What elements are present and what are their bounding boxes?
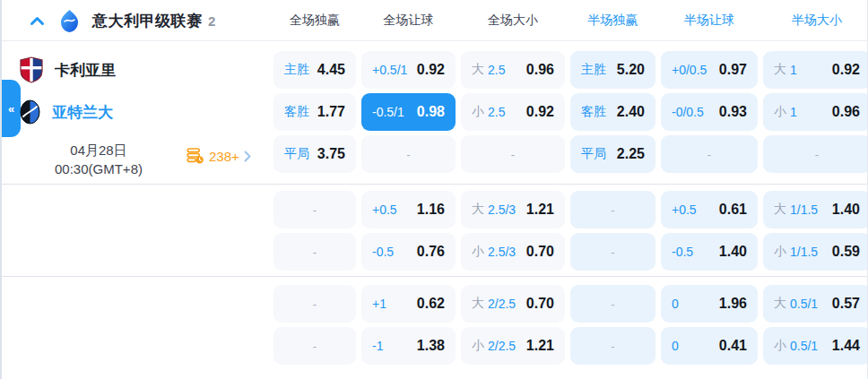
home-team-row[interactable]: 卡利亚里 <box>20 51 116 89</box>
odds-cell[interactable]: 小2/2.51.21 <box>461 327 565 365</box>
odds-cell[interactable]: 客胜1.77 <box>273 93 356 131</box>
ou-direction: 大 <box>472 296 484 312</box>
odds-label: 客胜 <box>284 104 309 120</box>
handicap-line: +0.5 <box>372 202 397 217</box>
odds-cell[interactable]: +0.51.16 <box>361 191 456 228</box>
odds-cell[interactable]: 大2/2.50.70 <box>461 285 565 323</box>
odds-cell[interactable]: +0.50.61 <box>661 191 758 228</box>
match-date: 04月28日 <box>27 141 170 159</box>
odds-cell[interactable]: 客胜2.40 <box>570 93 655 131</box>
handicap-line: -0/0.5 <box>672 105 704 119</box>
odds-value: 3.75 <box>317 146 345 162</box>
odds-cell[interactable]: -0.5/10.98 <box>361 93 456 131</box>
collapse-left-icon: « <box>8 102 14 116</box>
dash-placeholder: - <box>313 203 317 217</box>
empty-odds-cell: - <box>273 285 356 323</box>
odds-grid-alt-lines-2: -+10.62大2/2.50.70-01.96大0.5/10.57--11.38… <box>273 285 868 365</box>
empty-odds-cell: - <box>763 135 868 173</box>
odds-cell[interactable]: 00.41 <box>661 327 758 365</box>
odds-cell[interactable]: 大2.5/31.21 <box>461 191 565 228</box>
dash-placeholder: - <box>815 148 819 161</box>
odds-value: 0.70 <box>526 296 554 312</box>
odds-value: 0.70 <box>526 244 554 260</box>
odds-cell[interactable]: 小10.96 <box>763 93 868 131</box>
odds-cell[interactable]: 小1/1.50.59 <box>763 233 868 271</box>
odds-cell[interactable]: 平局2.25 <box>570 135 655 173</box>
odds-cell[interactable]: 大2.50.96 <box>461 51 565 89</box>
handicap-line: 0 <box>672 297 679 311</box>
dash-placeholder: - <box>313 297 317 311</box>
away-team-row[interactable]: 亚特兰大 <box>20 93 113 131</box>
ou-direction: 小 <box>774 104 786 120</box>
match-count-badge: 2 <box>208 13 215 29</box>
odds-cell[interactable]: 01.96 <box>661 285 758 323</box>
dash-placeholder: - <box>611 340 614 353</box>
ou-line: 1/1.5 <box>790 245 818 259</box>
ou-line: 2.5 <box>488 105 505 119</box>
ou-line: 0.5/1 <box>790 339 818 353</box>
odds-cell[interactable]: 主胜5.20 <box>570 51 655 89</box>
column-header-full-ou: 全场大小 <box>461 13 565 29</box>
handicap-line: +0.5/1 <box>372 63 407 77</box>
empty-odds-cell: - <box>273 233 356 271</box>
away-team-name: 亚特兰大 <box>52 102 113 123</box>
odds-cell[interactable]: -0/0.50.93 <box>661 93 758 131</box>
odds-cell[interactable]: 主胜4.45 <box>273 51 356 89</box>
ou-direction: 小 <box>774 338 786 354</box>
ou-direction: 小 <box>472 338 484 354</box>
ou-direction: 大 <box>774 202 786 218</box>
odds-board: 意大利甲级联赛 2 全场独赢 全场让球 全场大小 半场独赢 半场让球 半场大小 … <box>0 0 868 379</box>
collapse-league-button[interactable] <box>27 11 47 30</box>
odds-value: 0.61 <box>719 202 747 218</box>
ou-direction: 大 <box>774 62 786 78</box>
odds-value: 1.44 <box>832 338 860 354</box>
handicap-line: -0.5 <box>372 245 394 259</box>
odds-cell[interactable]: 小2.5/30.70 <box>461 233 565 271</box>
column-header-full-1x2: 全场独赢 <box>273 13 356 29</box>
odds-cell[interactable]: -0.51.40 <box>661 233 758 271</box>
odds-value: 0.76 <box>417 244 445 260</box>
odds-cell[interactable]: 平局3.75 <box>273 135 356 173</box>
odds-value: 1.21 <box>526 202 554 218</box>
odds-cell[interactable]: +0.5/10.92 <box>361 51 456 89</box>
odds-value: 0.62 <box>417 296 445 312</box>
group-divider <box>2 184 867 185</box>
empty-odds-cell: - <box>361 135 456 173</box>
odds-grid-main: 主胜4.45+0.5/10.92大2.50.96主胜5.20+0/0.50.97… <box>273 51 868 173</box>
dash-placeholder: - <box>406 148 410 161</box>
odds-cell[interactable]: -11.38 <box>361 327 456 365</box>
odds-label: 平局 <box>284 146 309 162</box>
empty-odds-cell: - <box>273 191 356 228</box>
more-markets-link[interactable]: 238+ <box>187 146 251 166</box>
dash-placeholder: - <box>707 148 711 161</box>
odds-value: 0.98 <box>417 104 445 120</box>
ou-line: 2/2.5 <box>488 339 516 353</box>
odds-cell[interactable]: 小2.50.92 <box>461 93 565 131</box>
odds-cell[interactable]: 大10.92 <box>763 51 868 89</box>
sidebar-collapse-tab[interactable]: « <box>2 80 21 137</box>
odds-label: 主胜 <box>284 62 309 78</box>
odds-label: 客胜 <box>581 104 606 120</box>
odds-cell[interactable]: 大0.5/10.57 <box>763 285 868 323</box>
odds-value: 0.92 <box>832 62 860 78</box>
odds-value: 0.96 <box>526 62 554 78</box>
match-time: 04月28日 00:30(GMT+8) <box>27 141 170 178</box>
odds-cell[interactable]: -0.50.76 <box>361 233 456 271</box>
chevron-right-icon <box>244 151 251 162</box>
odds-value: 1.38 <box>417 338 445 354</box>
chevron-up-icon <box>30 16 45 26</box>
odds-cell[interactable]: +0/0.50.97 <box>661 51 758 89</box>
odds-value: 0.92 <box>526 104 554 120</box>
column-header-half-1x2: 半场独赢 <box>570 13 655 29</box>
odds-label: 平局 <box>581 146 606 162</box>
odds-cell[interactable]: 大1/1.51.40 <box>763 191 868 228</box>
ou-line: 1 <box>790 63 797 77</box>
odds-value: 0.97 <box>719 62 747 78</box>
ou-direction: 大 <box>774 296 786 312</box>
ou-direction: 大 <box>472 202 484 218</box>
odds-value: 1.21 <box>526 338 554 354</box>
odds-cell[interactable]: 小0.5/11.44 <box>763 327 868 365</box>
odds-cell[interactable]: +10.62 <box>361 285 456 323</box>
empty-odds-cell: - <box>570 191 655 228</box>
ou-line: 2.5 <box>488 63 505 77</box>
